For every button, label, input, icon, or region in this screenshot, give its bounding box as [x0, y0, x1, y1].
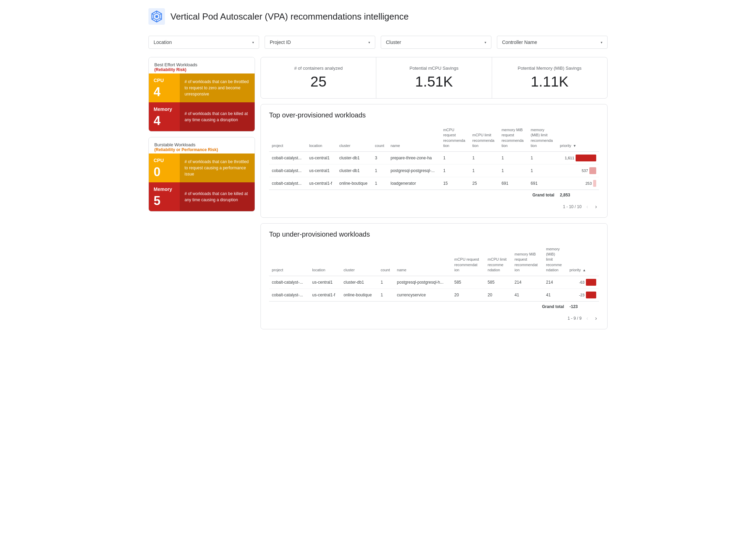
cell-mem-req: 41 — [512, 288, 543, 301]
over-pagination-prev[interactable]: ‹ — [584, 203, 590, 211]
burstable-memory-label: Memory 5 — [149, 182, 180, 211]
cluster-chevron-icon: ▾ — [485, 41, 486, 44]
over-provisioned-title: Top over-provisioned workloads — [269, 111, 599, 119]
priority-bar — [576, 155, 596, 161]
col-mcpu-req-u: mCPU requestrecommendation — [452, 244, 485, 276]
cell-name: prepare-three-zone-ha — [388, 151, 440, 164]
col-mcpu-lim: mCPU limitrecommendation — [470, 125, 499, 151]
best-effort-memory-count: 4 — [154, 115, 175, 127]
controller-name-filter-label: Controller Name — [502, 39, 537, 45]
under-pagination-text: 1 - 9 / 9 — [568, 316, 582, 321]
col-location-u: location — [310, 244, 341, 276]
cell-priority: 1,611 — [557, 151, 599, 164]
cell-name: currencyservice — [394, 288, 452, 301]
cluster-filter[interactable]: Cluster ▾ — [381, 36, 491, 49]
cell-project: cobalt-catalyst... — [269, 164, 307, 177]
cell-mem-req: 214 — [512, 276, 543, 288]
cell-mcpu-lim: 25 — [470, 177, 499, 190]
col-mem-lim: memory(MiB) limitrecommendation — [528, 125, 557, 151]
cell-mcpu-req: 15 — [441, 177, 470, 190]
cell-priority: -23 — [567, 288, 599, 301]
stat-mcpu-value: 1.51K — [385, 73, 483, 90]
priority-bar — [586, 292, 596, 298]
cell-mcpu-lim: 1 — [470, 151, 499, 164]
cell-cluster: cluster-db1 — [341, 276, 378, 288]
over-provisioned-pagination: 1 - 10 / 10 ‹ › — [269, 203, 599, 211]
burstable-cpu-tile: CPU 0 # of workloads that can be throttl… — [149, 154, 255, 182]
cell-mcpu-lim: 20 — [485, 288, 512, 301]
best-effort-memory-description: # of workloads that can be killed at any… — [180, 102, 255, 131]
project-id-filter[interactable]: Project ID ▾ — [265, 36, 375, 49]
col-mem-lim-u: memory(MiB)limitrecommendation — [543, 244, 567, 276]
col-cluster: cluster — [336, 125, 372, 151]
cell-count: 1 — [372, 164, 388, 177]
cell-mcpu-lim: 585 — [485, 276, 512, 288]
best-effort-header: Best Effort Workloads (Reliability Risk) — [149, 57, 255, 73]
under-pagination-prev[interactable]: ‹ — [584, 315, 590, 322]
cell-project: cobalt-catalyst-... — [269, 288, 310, 301]
sort-asc-icon: ▲ — [582, 268, 586, 273]
col-cluster-u: cluster — [341, 244, 378, 276]
under-grand-total-value: -123 — [567, 301, 599, 312]
cell-mem-req: 1 — [499, 164, 528, 177]
best-effort-memory-tile: Memory 4 # of workloads that can be kill… — [149, 102, 255, 131]
app-icon — [148, 8, 165, 25]
under-grand-total-label: Grand total — [269, 301, 567, 312]
location-filter-label: Location — [154, 39, 172, 45]
cell-mem-req: 691 — [499, 177, 528, 190]
best-effort-subtitle: (Reliability Risk) — [154, 67, 249, 72]
burstable-title: Burstable Workloads — [154, 142, 249, 147]
priority-bar — [593, 180, 596, 187]
cell-location: us-central1-f — [307, 177, 337, 190]
under-provisioned-pagination: 1 - 9 / 9 ‹ › — [269, 315, 599, 322]
table-row: cobalt-catalyst-... us-central1-f online… — [269, 288, 599, 301]
burstable-section: Burstable Workloads (Reliability or Perf… — [148, 137, 255, 212]
cell-location: us-central1-f — [310, 288, 341, 301]
burstable-cpu-type: CPU — [154, 158, 175, 163]
stats-row: # of containers analyzed 25 Potential mC… — [260, 57, 608, 99]
controller-name-chevron-icon: ▾ — [601, 41, 602, 44]
table-row: cobalt-catalyst... us-central1-f online-… — [269, 177, 599, 190]
priority-value: 537 — [576, 169, 588, 173]
cell-cluster: cluster-db1 — [336, 164, 372, 177]
over-provisioned-table: project location cluster count name mCPU… — [269, 125, 599, 200]
right-panel: # of containers analyzed 25 Potential mC… — [260, 57, 608, 329]
burstable-memory-description: # of workloads that can be killed at any… — [180, 182, 255, 211]
cell-project: cobalt-catalyst... — [269, 151, 307, 164]
col-location: location — [307, 125, 337, 151]
cell-priority: 253 — [557, 177, 599, 190]
svg-point-1 — [155, 15, 158, 18]
cell-mcpu-lim: 1 — [470, 164, 499, 177]
best-effort-cpu-count: 4 — [154, 86, 175, 98]
cell-name: postgresql-postgresql-h... — [394, 276, 452, 288]
cell-name: loadgenerator — [388, 177, 440, 190]
col-mcpu-req: mCPUrequestrecommendation — [441, 125, 470, 151]
stat-memory-value: 1.11K — [500, 73, 599, 90]
priority-bar — [589, 167, 596, 174]
project-id-filter-label: Project ID — [270, 39, 291, 45]
cell-project: cobalt-catalyst... — [269, 177, 307, 190]
over-pagination-text: 1 - 10 / 10 — [563, 204, 581, 209]
cell-mem-lim: 41 — [543, 288, 567, 301]
location-filter[interactable]: Location ▾ — [148, 36, 259, 49]
cell-project: cobalt-catalyst-... — [269, 276, 310, 288]
controller-name-filter[interactable]: Controller Name ▾ — [497, 36, 608, 49]
burstable-cpu-label: CPU 0 — [149, 154, 180, 182]
cell-cluster: online-boutique — [341, 288, 378, 301]
best-effort-cpu-label: CPU 4 — [149, 73, 180, 102]
cell-location: us-central1 — [307, 151, 337, 164]
cell-cluster: cluster-db1 — [336, 151, 372, 164]
cell-name: postgresql-postgresql-... — [388, 164, 440, 177]
page-title: Vertical Pod Autoscaler (VPA) recommenda… — [170, 11, 409, 22]
col-priority-over[interactable]: priority ▼ — [557, 125, 599, 151]
over-pagination-next[interactable]: › — [593, 203, 599, 211]
location-chevron-icon: ▾ — [252, 41, 254, 44]
table-row: cobalt-catalyst... us-central1 cluster-d… — [269, 164, 599, 177]
under-provisioned-title: Top under-provisioned workloads — [269, 230, 599, 238]
over-provisioned-header-row: project location cluster count name mCPU… — [269, 125, 599, 151]
under-pagination-next[interactable]: › — [593, 315, 599, 322]
col-priority-under[interactable]: priority ▲ — [567, 244, 599, 276]
under-provisioned-table: project location cluster count name mCPU… — [269, 244, 599, 312]
best-effort-cpu-description: # of workloads that can be throttled to … — [180, 73, 255, 102]
cell-count: 1 — [378, 288, 394, 301]
